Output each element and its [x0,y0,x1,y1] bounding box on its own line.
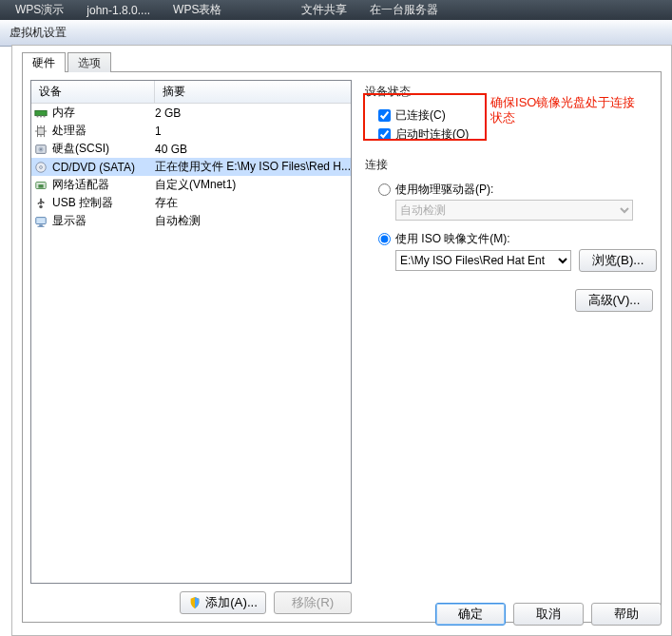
device-row[interactable]: 内存2 GB [31,104,351,122]
device-summary: 2 GB [155,106,351,120]
taskbar-item[interactable]: WPS演示 [4,0,75,20]
svg-rect-11 [38,184,43,188]
device-row[interactable]: 显示器自动检测 [31,212,351,230]
connect-at-poweron-label: 启动时连接(O) [395,126,469,143]
svg-rect-14 [43,202,45,203]
taskbar: WPS演示 john-1.8.0.... WPS表格 文件共享 在一台服务器 [0,0,672,20]
tab-options[interactable]: 选项 [67,52,111,72]
device-name: CD/DVD (SATA) [50,161,155,174]
connection-group: 连接 使用物理驱动器(P): 自动检测 使用 ISO 映像文件(M): [365,157,657,272]
device-row[interactable]: CD/DVD (SATA)正在使用文件 E:\My ISO Files\Red … [31,158,351,176]
dialog-footer: 确定 取消 帮助 [435,603,662,626]
memory-icon [34,106,48,120]
device-name: 显示器 [50,213,155,229]
svg-point-13 [38,202,40,204]
use-physical-row[interactable]: 使用物理驱动器(P): [378,179,657,200]
display-icon [34,215,48,228]
connection-title: 连接 [365,157,657,173]
cpu-icon [34,125,48,138]
svg-point-12 [39,204,43,208]
svg-rect-17 [38,225,45,226]
device-name: 网络适配器 [50,177,155,193]
svg-rect-0 [35,110,47,115]
usb-icon [34,197,48,210]
device-name: 处理器 [50,123,155,139]
svg-point-9 [40,165,43,168]
use-iso-radio[interactable] [378,233,391,245]
taskbar-item[interactable]: 文件共享 [290,0,358,20]
tab-hardware[interactable]: 硬件 [22,52,66,72]
svg-rect-1 [37,115,39,117]
use-iso-label: 使用 ISO 映像文件(M): [395,231,510,247]
device-summary: 自动检测 [155,213,351,229]
device-name: 硬盘(SCSI) [50,141,155,157]
use-physical-radio[interactable] [378,183,391,196]
settings-dialog: 硬件 选项 设备 摘要 内存2 GB处理器1硬盘(SCSI)40 GBCD/DV… [11,45,672,636]
list-buttons: 添加(A)... 移除(R) [30,591,352,614]
add-button-label: 添加(A)... [205,594,258,611]
cancel-button[interactable]: 取消 [513,603,584,626]
col-summary[interactable]: 摘要 [155,81,351,103]
use-iso-row[interactable]: 使用 ISO 映像文件(M): [378,228,657,249]
taskbar-item[interactable]: john-1.8.0.... [75,0,162,20]
device-summary: 正在使用文件 E:\My ISO Files\Red H... [155,159,351,175]
taskbar-item[interactable]: 在一台服务器 [358,0,450,20]
nic-icon [34,179,48,192]
device-listbox[interactable]: 设备 摘要 内存2 GB处理器1硬盘(SCSI)40 GBCD/DVD (SAT… [30,80,352,584]
use-physical-label: 使用物理驱动器(P): [395,182,493,198]
add-button[interactable]: 添加(A)... [180,591,266,614]
device-name: USB 控制器 [50,195,155,211]
svg-point-7 [40,148,42,150]
ok-button[interactable]: 确定 [435,603,506,626]
device-row[interactable]: 网络适配器自定义(VMnet1) [31,176,351,194]
browse-button-label: 浏览(B)... [592,252,644,269]
iso-path-combo[interactable]: E:\My ISO Files\Red Hat Ent [395,250,571,271]
device-detail-pane: 设备状态 已连接(C) 启动时连接(O) 连接 [359,80,662,614]
advanced-button-label: 高级(V)... [588,292,641,309]
remove-button: 移除(R) [274,591,352,614]
device-summary: 40 GB [155,143,351,156]
connect-at-poweron-row[interactable]: 启动时连接(O) [378,125,657,144]
device-row[interactable]: 硬盘(SCSI)40 GB [31,140,351,158]
device-name: 内存 [50,105,155,121]
device-list-pane: 设备 摘要 内存2 GB处理器1硬盘(SCSI)40 GBCD/DVD (SAT… [30,80,352,614]
hdd-icon [34,143,48,156]
tab-page: 设备 摘要 内存2 GB处理器1硬盘(SCSI)40 GBCD/DVD (SAT… [22,71,662,623]
shield-icon [188,596,202,609]
taskbar-item[interactable]: WPS表格 [162,0,233,20]
device-summary: 自定义(VMnet1) [155,177,351,193]
browse-button[interactable]: 浏览(B)... [579,249,657,272]
dialog-title: 虚拟机设置 [10,25,67,41]
svg-rect-2 [40,115,42,117]
svg-rect-3 [44,115,46,117]
remove-button-label: 移除(R) [292,594,335,611]
svg-rect-15 [36,217,47,223]
svg-rect-16 [39,224,43,225]
col-device[interactable]: 设备 [31,81,155,103]
connected-checkbox[interactable] [378,109,391,122]
device-row[interactable]: USB 控制器存在 [31,194,351,212]
annotation-text-1: 确保ISO镜像光盘处于连接 [490,95,635,110]
annotation-text-2: 状态 [490,110,515,125]
list-rows: 内存2 GB处理器1硬盘(SCSI)40 GBCD/DVD (SATA)正在使用… [31,104,351,583]
cd-icon [34,161,48,174]
device-summary: 存在 [155,195,351,211]
list-header: 设备 摘要 [31,81,351,104]
dialog-titlebar: 虚拟机设置 [0,20,672,47]
svg-rect-4 [38,127,45,134]
connect-at-poweron-checkbox[interactable] [378,128,391,141]
help-button[interactable]: 帮助 [591,603,662,626]
device-row[interactable]: 处理器1 [31,122,351,140]
advanced-button[interactable]: 高级(V)... [575,289,653,312]
physical-drive-combo: 自动检测 [395,200,633,221]
tabstrip: 硬件 选项 [22,51,662,71]
device-summary: 1 [155,125,351,138]
connected-label: 已连接(C) [395,107,446,124]
